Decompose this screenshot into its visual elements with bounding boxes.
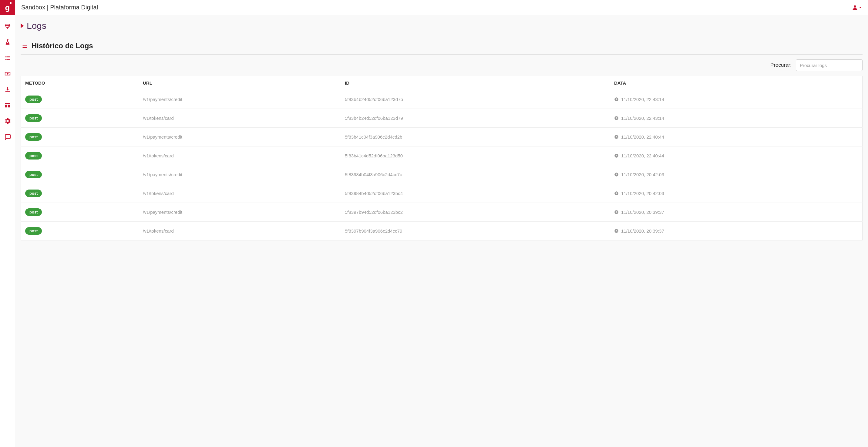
- clock-icon: [614, 172, 619, 177]
- user-menu[interactable]: [851, 4, 862, 11]
- list-icon: [4, 55, 11, 61]
- flask-icon: [4, 39, 11, 45]
- user-icon: [851, 4, 858, 11]
- clock-icon: [614, 191, 619, 196]
- cell-date: 11/10/2020, 22:40:44: [614, 153, 858, 158]
- table-row[interactable]: post/v1/payments/credit5f83b41c04f3a906c…: [21, 128, 863, 147]
- header-method[interactable]: MÉTODO: [21, 76, 139, 90]
- table-row[interactable]: post/v1/payments/credit5f83b4b24d52df06b…: [21, 90, 863, 109]
- method-badge: post: [25, 133, 42, 141]
- money-icon: [4, 70, 11, 77]
- cell-url: /v1/tokens/card: [138, 109, 341, 128]
- table-row[interactable]: post/v1/tokens/card5f83b4b24d52df06ba123…: [21, 109, 863, 128]
- nav-item-grid[interactable]: [4, 102, 11, 110]
- logo[interactable]: g: [0, 0, 15, 15]
- nav-item-comment[interactable]: [4, 133, 11, 141]
- cell-id: 5f8397b94d52df06ba123bc2: [341, 203, 610, 222]
- nav-item-download[interactable]: [4, 86, 11, 94]
- method-badge: post: [25, 171, 42, 178]
- method-badge: post: [25, 190, 42, 197]
- table-header-row: MÉTODO URL ID DATA: [21, 76, 863, 90]
- diamond-icon: [4, 23, 11, 30]
- clock-icon: [614, 97, 619, 102]
- section-title: Histórico de Logs: [32, 41, 93, 50]
- table-row[interactable]: post/v1/payments/credit5f8397b94d52df06b…: [21, 203, 863, 222]
- table-row[interactable]: post/v1/tokens/card5f83b41c4d52df06ba123…: [21, 147, 863, 165]
- cell-id: 5f83b41c4d52df06ba123d50: [341, 147, 610, 165]
- header-date[interactable]: DATA: [610, 76, 863, 90]
- cell-url: /v1/payments/credit: [138, 128, 341, 147]
- main: Sandbox | Plataforma Digital Logs Histór…: [15, 0, 868, 447]
- cell-date: 11/10/2020, 20:42:03: [614, 191, 858, 196]
- page-header: Logs: [21, 21, 863, 36]
- nav-item-diamond[interactable]: [4, 23, 11, 31]
- logs-table: MÉTODO URL ID DATA post/v1/payments/cred…: [21, 76, 863, 241]
- topbar-title: Sandbox | Plataforma Digital: [21, 4, 98, 11]
- grid-icon: [4, 102, 11, 108]
- cell-date: 11/10/2020, 22:43:14: [614, 116, 858, 121]
- header-id[interactable]: ID: [341, 76, 610, 90]
- cell-date: 11/10/2020, 22:43:14: [614, 97, 858, 102]
- cell-id: 5f83984b04f3a906c2d4cc7c: [341, 165, 610, 184]
- clock-icon: [614, 135, 619, 139]
- nav-item-money[interactable]: [4, 70, 11, 78]
- cell-url: /v1/tokens/card: [138, 147, 341, 165]
- nav-item-list[interactable]: [4, 55, 11, 62]
- gear-icon: [4, 118, 11, 124]
- cell-date: 11/10/2020, 20:39:37: [614, 210, 858, 215]
- method-badge: post: [25, 208, 42, 216]
- list-icon: [21, 42, 28, 50]
- method-badge: post: [25, 114, 42, 122]
- nav-item-flask[interactable]: [4, 39, 11, 47]
- clock-icon: [614, 210, 619, 214]
- clock-icon: [614, 154, 619, 158]
- content: Logs Histórico de Logs Procurar: MÉTODO …: [15, 15, 868, 447]
- cell-url: /v1/tokens/card: [138, 222, 341, 241]
- cell-id: 5f83b4b24d52df06ba123d7b: [341, 90, 610, 109]
- chevron-down-icon: [859, 7, 862, 8]
- cell-date: 11/10/2020, 20:39:37: [614, 228, 858, 233]
- table-row[interactable]: post/v1/payments/credit5f83984b04f3a906c…: [21, 165, 863, 184]
- cell-id: 5f8397b904f3a906c2d4cc79: [341, 222, 610, 241]
- sidebar: g: [0, 0, 15, 447]
- chevron-right-icon: [21, 23, 24, 28]
- cell-url: /v1/payments/credit: [138, 90, 341, 109]
- nav-items: [4, 23, 11, 141]
- topbar: Sandbox | Plataforma Digital: [15, 0, 868, 15]
- cell-id: 5f83984b4d52df06ba123bc4: [341, 184, 610, 203]
- page-title: Logs: [27, 21, 46, 31]
- cell-url: /v1/payments/credit: [138, 203, 341, 222]
- method-badge: post: [25, 152, 42, 160]
- search-row: Procurar:: [21, 55, 863, 76]
- table-row[interactable]: post/v1/tokens/card5f8397b904f3a906c2d4c…: [21, 222, 863, 241]
- download-icon: [4, 86, 11, 93]
- clock-icon: [614, 116, 619, 120]
- cell-id: 5f83b4b24d52df06ba123d79: [341, 109, 610, 128]
- search-label: Procurar:: [770, 62, 792, 68]
- search-input[interactable]: [796, 59, 863, 71]
- clock-icon: [614, 229, 619, 233]
- cell-url: /v1/tokens/card: [138, 184, 341, 203]
- cell-date: 11/10/2020, 20:42:03: [614, 172, 858, 177]
- method-badge: post: [25, 227, 42, 235]
- comment-icon: [4, 133, 11, 140]
- cell-date: 11/10/2020, 22:40:44: [614, 134, 858, 139]
- section-header: Histórico de Logs: [21, 36, 863, 55]
- cell-id: 5f83b41c04f3a906c2d4cd2b: [341, 128, 610, 147]
- nav-item-gear[interactable]: [4, 118, 11, 126]
- table-row[interactable]: post/v1/tokens/card5f83984b4d52df06ba123…: [21, 184, 863, 203]
- method-badge: post: [25, 96, 42, 103]
- header-url[interactable]: URL: [138, 76, 341, 90]
- cell-url: /v1/payments/credit: [138, 165, 341, 184]
